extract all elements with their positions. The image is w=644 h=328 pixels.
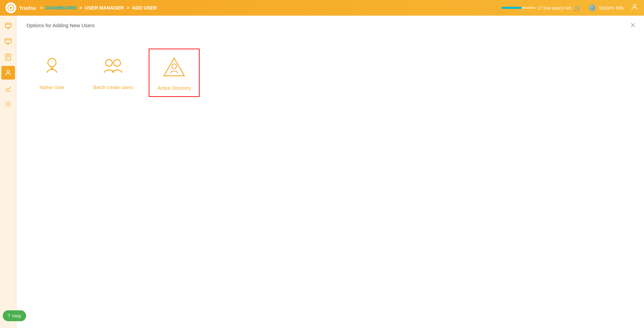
trial-bar-bg [501,7,535,9]
active-directory-label: Active Directory [158,85,191,91]
logo[interactable]: Triofox [5,2,36,13]
trial-bar-fill [501,7,522,9]
main-content: Options for Adding New Users ✕ Native Us… [16,16,644,328]
sidebar-item-share[interactable] [1,19,15,33]
breadcrumb-sep3: > [127,5,129,11]
option-active-directory[interactable]: Active Directory [149,49,200,97]
option-batch-create[interactable]: Batch create users [88,49,139,96]
svg-point-6 [7,103,9,105]
trial-info: 17 trial day(s) left. 🛒 [501,5,581,11]
native-user-label: Native User [39,85,64,90]
sidebar-item-reports[interactable] [1,82,15,95]
trial-bar-container [501,7,535,9]
options-container: Native User Batch create users [26,42,634,97]
system-info[interactable]: ⚙️ System Info [588,4,624,12]
svg-point-1 [633,4,636,7]
system-info-label: System Info [599,5,624,11]
sidebar-item-users[interactable] [1,66,15,80]
batch-create-label: Batch create users [93,85,133,90]
batch-create-icon [99,54,127,81]
svg-rect-2 [5,23,11,28]
header: Triofox > DASHBOARD > USER MANAGER > ADD… [0,0,644,16]
breadcrumb-user-manager[interactable]: USER MANAGER [85,5,124,11]
svg-point-10 [172,64,177,69]
sidebar-item-settings[interactable] [1,97,15,111]
cart-icon[interactable]: 🛒 [574,5,581,11]
breadcrumb-add-user: ADD USER [132,5,157,11]
svg-point-8 [106,59,112,66]
svg-point-5 [7,70,9,72]
svg-rect-4 [5,54,11,60]
option-native-user[interactable]: Native User [26,49,77,96]
help-icon: ? [7,313,10,318]
help-button[interactable]: ? Help [3,310,26,321]
trial-text: 17 trial day(s) left. [537,5,572,11]
gear-icon: ⚙️ [588,4,596,12]
active-directory-icon [161,55,188,82]
user-menu[interactable] [630,3,639,13]
logo-circle [5,2,16,13]
svg-point-7 [48,58,56,67]
page-title: Options for Adding New Users [26,22,634,28]
breadcrumb-sep2: > [79,5,82,11]
svg-rect-3 [5,39,11,43]
breadcrumb: > DASHBOARD > USER MANAGER > ADD USER [39,5,157,11]
sidebar [0,16,16,328]
svg-point-9 [114,59,121,66]
layout: Options for Adding New Users ✕ Native Us… [0,16,644,328]
sidebar-item-monitor[interactable] [1,35,15,48]
help-label: Help [12,313,21,318]
breadcrumb-sep1: > [40,5,43,11]
breadcrumb-dashboard[interactable]: DASHBOARD [45,5,76,11]
sidebar-item-files[interactable] [1,50,15,64]
native-user-icon [38,54,66,81]
close-button[interactable]: ✕ [630,21,636,29]
header-right: 17 trial day(s) left. 🛒 ⚙️ System Info [501,3,639,13]
app-name: Triofox [19,5,36,11]
